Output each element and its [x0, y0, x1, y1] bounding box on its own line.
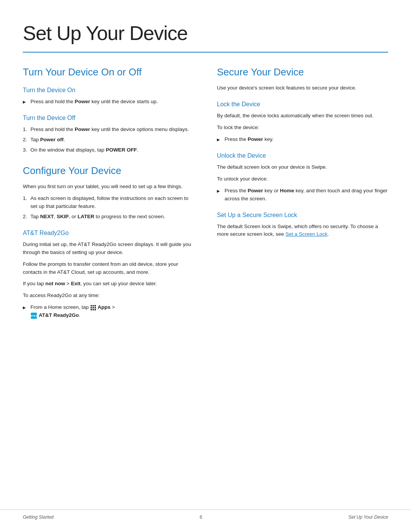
svg-rect-5 [94, 307, 96, 308]
svg-rect-3 [91, 307, 92, 308]
svg-rect-8 [94, 309, 96, 310]
apps-grid-icon [91, 305, 96, 310]
att-ready2go-arrow-list: From a Home screen, tap App [23, 304, 194, 320]
att-ready2go-p4: To access Ready2Go at any time: [23, 292, 194, 300]
subsection-screen-lock-heading: Set Up a Secure Screen Lock [217, 211, 388, 220]
svg-rect-6 [91, 309, 92, 310]
footer-left-label: Getting Started [23, 514, 54, 521]
list-item: 1.As each screen is displayed, follow th… [23, 195, 194, 211]
svg-rect-0 [91, 305, 92, 307]
lock-p2: To lock the device: [217, 124, 388, 132]
screen-lock-p1: The default Screen lock is Swipe, which … [217, 223, 388, 239]
list-item: 2.Tap Power off. [23, 136, 194, 144]
lock-p1: By default, the device locks automatical… [217, 112, 388, 120]
title-divider [23, 52, 388, 53]
page-footer: Getting Started 6 Set Up Your Device [0, 510, 411, 521]
left-column: Turn Your Device On or Off Turn the Devi… [23, 66, 194, 323]
att-ready2go-p1: During initial set up, the AT&T Ready2Go… [23, 241, 194, 257]
att-ready2go-app-icon: AT&T [31, 313, 37, 319]
unlock-p2: To unlock your device: [217, 175, 388, 183]
list-item: 2.Tap NEXT, SKIP, or LATER to progress t… [23, 213, 194, 221]
list-item: Press the Power key. [217, 136, 388, 144]
set-screen-lock-link[interactable]: Set a Screen Lock [285, 231, 327, 237]
svg-rect-7 [92, 309, 94, 310]
subsection-att-ready2go-heading: AT&T Ready2Go [23, 228, 194, 238]
svg-rect-2 [94, 305, 96, 307]
list-item: 3.On the window that displays, tap POWER… [23, 146, 194, 154]
subsection-turn-off-heading: Turn the Device Off [23, 113, 194, 123]
att-ready2go-p2: Follow the prompts to transfer content f… [23, 260, 194, 276]
right-column: Secure Your Device Use your device's scr… [217, 66, 388, 323]
svg-text:AT&T: AT&T [31, 315, 37, 317]
turn-on-list: Press and hold the Power key until the d… [23, 98, 194, 106]
secure-intro: Use your device's screen lock features t… [217, 84, 388, 92]
list-item: 1.Press and hold the Power key until the… [23, 126, 194, 134]
section-turn-device-heading: Turn Your Device On or Off [23, 66, 194, 78]
svg-rect-1 [92, 305, 94, 307]
footer-page-number: 6 [200, 514, 202, 521]
configure-steps-list: 1.As each screen is displayed, follow th… [23, 195, 194, 221]
main-content: Turn Your Device On or Off Turn the Devi… [23, 66, 388, 323]
subsection-unlock-heading: Unlock the Device [217, 151, 388, 160]
list-item: Press and hold the Power key until the d… [23, 98, 194, 106]
list-item: Press the Power key or Home key, and the… [217, 187, 388, 203]
section-configure-heading: Configure Your Device [23, 165, 194, 177]
att-ready2go-p3: If you tap not now > Exit, you can set u… [23, 280, 194, 288]
unlock-arrow-list: Press the Power key or Home key, and the… [217, 187, 388, 203]
list-item: From a Home screen, tap App [23, 304, 194, 320]
configure-intro: When you first turn on your tablet, you … [23, 183, 194, 191]
subsection-lock-heading: Lock the Device [217, 100, 388, 109]
lock-arrow-list: Press the Power key. [217, 136, 388, 144]
footer-right-label: Set Up Your Device [348, 514, 388, 521]
unlock-p1: The default screen lock on your device i… [217, 163, 388, 171]
svg-rect-4 [92, 307, 94, 308]
configure-section: Configure Your Device When you first tur… [23, 165, 194, 320]
turn-off-list: 1.Press and hold the Power key until the… [23, 126, 194, 154]
section-secure-heading: Secure Your Device [217, 66, 388, 78]
page-title: Set Up Your Device [23, 18, 388, 48]
subsection-turn-on-heading: Turn the Device On [23, 86, 194, 95]
